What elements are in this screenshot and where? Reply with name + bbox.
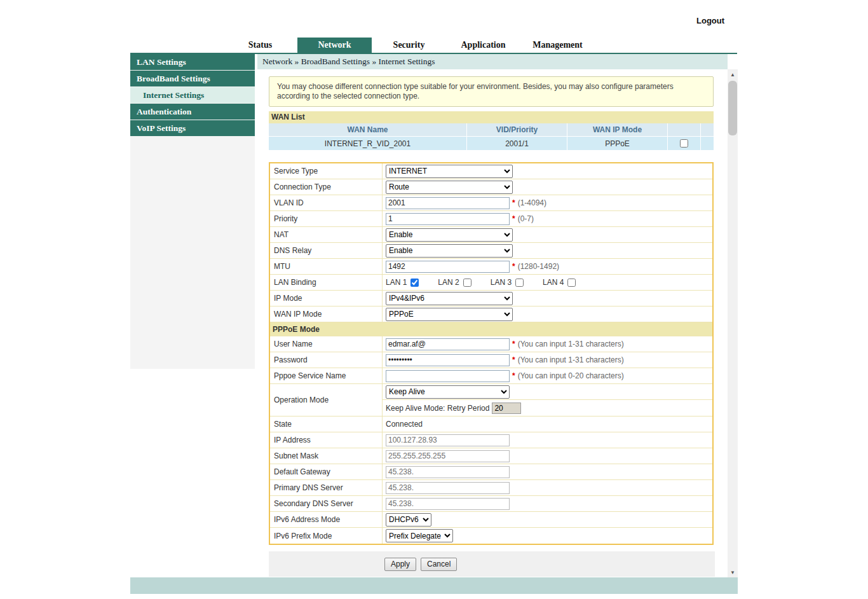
button-band: Apply Cancel (269, 551, 715, 577)
form-row-ipv6-address-mode: IPv6 Address Mode DHCPv6 (270, 512, 712, 528)
pppoe-service-name-note: (You can input 0-20 characters) (518, 371, 624, 380)
wan-row-wan-ip-mode: PPPoE (567, 137, 668, 150)
lan-binding-option: LAN 4 (543, 278, 576, 287)
scrollbar-thumb[interactable] (728, 81, 737, 135)
content-area: You may choose different connection type… (257, 69, 728, 577)
state-value: Connected (386, 420, 423, 429)
form-row-wan-ip-mode: WAN IP Mode PPPoE (270, 306, 712, 322)
vlan-id-input[interactable] (386, 197, 510, 209)
logout-link[interactable]: Logout (696, 16, 724, 25)
pppoe-service-name-label: Pppoe Service Name (270, 368, 383, 383)
service-type-label: Service Type (270, 163, 383, 179)
mtu-required-star: * (512, 262, 515, 271)
cancel-button[interactable]: Cancel (421, 558, 457, 571)
wan-ip-mode-select[interactable]: PPPoE (386, 308, 513, 321)
retry-period-input[interactable] (492, 403, 521, 414)
sidebar: LAN Settings BroadBand Settings Internet… (130, 54, 255, 369)
footer-bar (130, 577, 738, 594)
form-row-secondary-dns: Secondary DNS Server (270, 496, 712, 512)
form-row-state: State Connected (270, 417, 712, 432)
password-input[interactable] (386, 354, 510, 366)
state-label: State (270, 417, 383, 432)
wan-col-spacer (701, 123, 714, 136)
nat-select[interactable]: Enable (386, 228, 513, 242)
form-row-ip-mode: IP Mode IPv4&IPv6 (270, 291, 712, 306)
operation-mode-label: Operation Mode (270, 384, 383, 416)
mtu-input[interactable] (386, 261, 510, 273)
default-gateway-label: Default Gateway (270, 464, 383, 479)
form-row-operation-mode: Operation Mode Keep Alive Keep Alive Mod… (270, 384, 712, 417)
service-type-select[interactable]: INTERNET (386, 165, 513, 178)
apply-button[interactable]: Apply (384, 558, 416, 571)
form-row-password: Password * (You can input 1-31 character… (270, 352, 712, 368)
user-name-required-star: * (512, 340, 515, 348)
dns-relay-select[interactable]: Enable (386, 244, 513, 258)
vlan-id-label: VLAN ID (270, 195, 383, 210)
sidebar-item-authentication[interactable]: Authentication (130, 104, 255, 120)
form-row-pppoe-service-name: Pppoe Service Name * (You can input 0-20… (270, 368, 712, 384)
dns-relay-label: DNS Relay (270, 243, 383, 258)
sidebar-item-lan-settings[interactable]: LAN Settings (130, 54, 255, 70)
lan-binding-option-label: LAN 3 (491, 278, 512, 287)
form-row-subnet-mask: Subnet Mask (270, 448, 712, 464)
form-row-ip-address: IP Address (270, 432, 712, 448)
lan-binding-checkbox[interactable] (567, 279, 576, 287)
priority-input[interactable] (386, 213, 510, 225)
password-required-star: * (512, 355, 515, 364)
ipv6-address-mode-select[interactable]: DHCPv6 (386, 513, 431, 527)
subnet-mask-input (386, 450, 510, 462)
sidebar-item-broadband-settings[interactable]: BroadBand Settings (130, 71, 255, 86)
lan-binding-options: LAN 1LAN 2LAN 3LAN 4 (383, 275, 712, 290)
tab-application[interactable]: Application (446, 38, 520, 53)
retry-period-label: Keep Alive Mode: Retry Period (386, 404, 489, 413)
lan-binding-option: LAN 3 (491, 278, 524, 287)
form-row-lan-binding: LAN Binding LAN 1LAN 2LAN 3LAN 4 (270, 275, 712, 291)
pppoe-service-name-required-star: * (512, 371, 515, 380)
primary-dns-label: Primary DNS Server (270, 480, 383, 495)
pppoe-service-name-input[interactable] (386, 370, 510, 382)
form-row-default-gateway: Default Gateway (270, 464, 712, 480)
wan-col-select (668, 123, 701, 136)
lan-binding-checkbox[interactable] (515, 279, 524, 287)
secondary-dns-input (386, 498, 510, 510)
sidebar-item-internet-settings[interactable]: Internet Settings (130, 87, 255, 103)
tab-security[interactable]: Security (372, 38, 446, 53)
tab-network[interactable]: Network (297, 38, 372, 53)
connection-type-select[interactable]: Route (386, 181, 513, 194)
subnet-mask-label: Subnet Mask (270, 448, 383, 464)
priority-label: Priority (270, 211, 383, 226)
wan-col-vid-priority: VID/Priority (467, 123, 567, 136)
form-row-nat: NAT Enable (270, 227, 712, 243)
lan-binding-checkbox[interactable] (463, 279, 471, 287)
user-name-input[interactable] (386, 338, 510, 350)
wan-row-checkbox[interactable] (680, 139, 688, 148)
lan-binding-option: LAN 1 (386, 278, 419, 287)
lan-binding-option-label: LAN 2 (438, 278, 459, 287)
form-row-user-name: User Name * (You can input 1-31 characte… (270, 336, 712, 352)
operation-mode-select[interactable]: Keep Alive (386, 385, 510, 399)
form-row-mtu: MTU * (1280-1492) (270, 259, 712, 275)
form-row-connection-type: Connection Type Route (270, 179, 712, 195)
tab-status[interactable]: Status (223, 38, 297, 53)
mtu-range-note: (1280-1492) (518, 262, 559, 271)
nat-label: NAT (270, 227, 383, 242)
ip-mode-select[interactable]: IPv4&IPv6 (386, 292, 513, 305)
scroll-up-button[interactable]: ▲ (728, 69, 738, 79)
ipv6-address-mode-label: IPv6 Address Mode (270, 512, 383, 527)
ipv6-prefix-mode-select[interactable]: Prefix Delegate (386, 529, 453, 542)
lan-binding-option-label: LAN 1 (386, 278, 407, 287)
priority-required-star: * (512, 214, 515, 223)
connection-type-label: Connection Type (270, 179, 383, 195)
form-row-primary-dns: Primary DNS Server (270, 480, 712, 496)
scroll-down-button[interactable]: ▼ (728, 567, 738, 577)
sidebar-item-voip-settings[interactable]: VoIP Settings (130, 120, 255, 136)
tab-management[interactable]: Management (520, 38, 595, 53)
scrollbar[interactable]: ▲ ▼ (728, 69, 738, 577)
vlan-id-range-note: (1-4094) (518, 198, 546, 207)
wan-list-title: WAN List (269, 111, 714, 123)
ip-address-label: IP Address (270, 432, 383, 448)
wan-col-name: WAN Name (269, 123, 467, 136)
user-name-note: (You can input 1-31 characters) (518, 340, 624, 348)
breadcrumb: Network » BroadBand Settings » Internet … (257, 54, 728, 69)
lan-binding-checkbox[interactable] (410, 279, 419, 287)
